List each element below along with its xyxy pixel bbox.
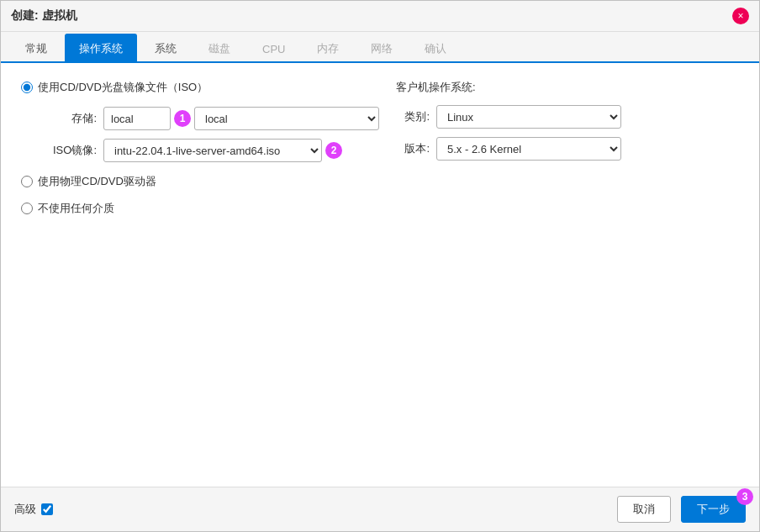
storage-input[interactable]: [103, 107, 171, 130]
dialog-title: 创建: 虚拟机: [11, 8, 77, 24]
radio-physical[interactable]: [21, 176, 33, 187]
os-version-select[interactable]: 5.x - 2.6 Kernel: [436, 137, 621, 161]
two-column-layout: 使用CD/DVD光盘镜像文件（ISO） 存储: 1 local: [21, 80, 739, 228]
iso-form-fields: 存储: 1 local ISO镜像:: [38, 107, 379, 162]
right-column: 客户机操作系统: 类别: Linux 版本: 5.x - 2.6 Kernel: [379, 80, 739, 228]
radio-physical-label: 使用物理CD/DVD驱动器: [38, 174, 156, 189]
cancel-button[interactable]: 取消: [617, 496, 671, 523]
radio-none[interactable]: [21, 203, 33, 214]
tab-general[interactable]: 常规: [11, 34, 61, 63]
radio-iso-option[interactable]: 使用CD/DVD光盘镜像文件（ISO）: [21, 80, 379, 95]
close-button[interactable]: ×: [732, 8, 749, 24]
os-type-row: 类别: Linux: [396, 105, 739, 129]
footer-left: 高级: [14, 502, 53, 517]
tab-confirm: 确认: [410, 34, 461, 63]
tab-disk: 磁盘: [194, 34, 245, 63]
guest-os-title: 客户机操作系统:: [396, 80, 739, 95]
left-column: 使用CD/DVD光盘镜像文件（ISO） 存储: 1 local: [21, 80, 379, 228]
tab-os[interactable]: 操作系统: [65, 34, 137, 63]
next-button[interactable]: 下一步 3: [681, 496, 746, 523]
advanced-checkbox[interactable]: [41, 503, 53, 515]
tab-bar: 常规 操作系统 系统 磁盘 CPU 内存 网络 确认: [1, 32, 759, 63]
tab-network: 网络: [356, 34, 407, 63]
radio-none-label: 不使用任何介质: [38, 201, 114, 216]
iso-label: ISO镜像:: [38, 143, 97, 158]
create-vm-dialog: 创建: 虚拟机 × 常规 操作系统 系统 磁盘 CPU 内存 网络 确认 使用C…: [0, 0, 760, 532]
advanced-label: 高级: [14, 502, 36, 517]
storage-input-wrap: 1 local: [103, 107, 379, 130]
os-version-label: 版本:: [396, 141, 430, 156]
os-type-select[interactable]: Linux: [436, 105, 621, 129]
tab-cpu: CPU: [248, 35, 299, 62]
iso-input-wrap: intu-22.04.1-live-server-amd64.iso 2: [103, 139, 342, 162]
os-version-row: 版本: 5.x - 2.6 Kernel: [396, 137, 739, 161]
radio-iso[interactable]: [21, 82, 33, 93]
radio-iso-label: 使用CD/DVD光盘镜像文件（ISO）: [38, 80, 208, 95]
storage-select[interactable]: local: [194, 107, 379, 130]
main-content: 使用CD/DVD光盘镜像文件（ISO） 存储: 1 local: [1, 63, 759, 487]
os-type-label: 类别:: [396, 109, 430, 124]
title-bar: 创建: 虚拟机 ×: [1, 1, 759, 32]
storage-row: 存储: 1 local: [38, 107, 379, 130]
badge-1: 1: [174, 110, 191, 127]
radio-none-option[interactable]: 不使用任何介质: [21, 201, 379, 216]
badge-2: 2: [325, 142, 342, 159]
iso-select[interactable]: intu-22.04.1-live-server-amd64.iso: [103, 139, 322, 162]
badge-3: 3: [736, 488, 753, 505]
dialog-footer: 高级 取消 下一步 3: [1, 487, 759, 531]
tab-system[interactable]: 系统: [140, 34, 191, 63]
radio-physical-option[interactable]: 使用物理CD/DVD驱动器: [21, 174, 379, 189]
tab-memory: 内存: [303, 34, 353, 63]
storage-label: 存储:: [38, 111, 97, 126]
iso-row: ISO镜像: intu-22.04.1-live-server-amd64.is…: [38, 139, 379, 162]
